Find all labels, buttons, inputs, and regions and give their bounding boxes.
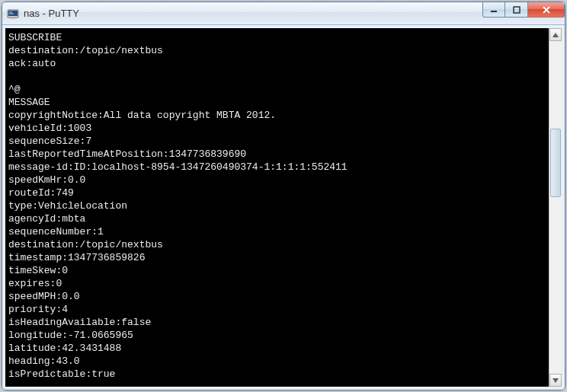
terminal-container: SUBSCRIBE destination:/topic/nextbus ack… (5, 28, 562, 387)
vertical-scrollbar[interactable] (549, 28, 562, 387)
minimize-button[interactable] (482, 2, 505, 18)
svg-rect-2 (11, 18, 15, 19)
terminal-output[interactable]: SUBSCRIBE destination:/topic/nextbus ack… (5, 28, 549, 387)
window-controls (482, 2, 565, 18)
chevron-down-icon (553, 378, 559, 383)
svg-marker-9 (553, 33, 559, 37)
scroll-up-button[interactable] (549, 28, 562, 41)
maximize-button[interactable] (505, 2, 528, 18)
putty-icon (7, 8, 19, 20)
close-button[interactable] (528, 2, 565, 18)
chevron-up-icon (553, 33, 559, 37)
scrollbar-track[interactable] (549, 41, 562, 374)
scroll-down-button[interactable] (549, 374, 562, 387)
scrollbar-thumb[interactable] (550, 129, 561, 197)
maximize-icon (513, 6, 521, 14)
close-icon (542, 6, 551, 14)
putty-window: nas - PuTTY SUBSCRIBE destinatio (2, 2, 565, 390)
titlebar[interactable]: nas - PuTTY (2, 2, 565, 25)
window-title: nas - PuTTY (24, 8, 79, 19)
svg-rect-5 (491, 11, 497, 12)
svg-rect-6 (514, 7, 520, 13)
svg-marker-10 (553, 378, 559, 383)
minimize-icon (490, 6, 498, 14)
client-area: SUBSCRIBE destination:/topic/nextbus ack… (2, 25, 565, 390)
